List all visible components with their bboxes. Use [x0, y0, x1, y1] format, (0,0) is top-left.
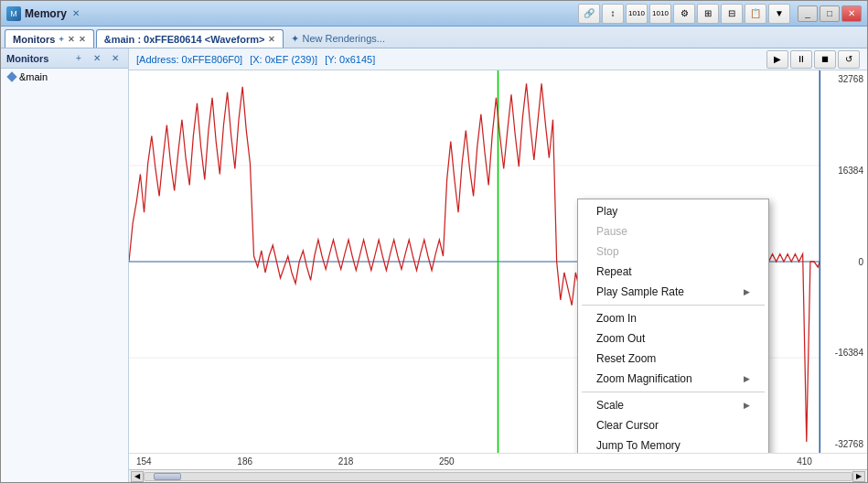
- ctx-pause-label: Pause: [596, 225, 627, 238]
- tb-icon-8[interactable]: 📋: [745, 4, 766, 24]
- ctx-reset-zoom[interactable]: Reset Zoom: [578, 349, 768, 369]
- scroll-thumb[interactable]: [154, 473, 181, 480]
- ctx-separator-2: [582, 392, 765, 392]
- tb-icon-3[interactable]: 1010: [626, 4, 648, 24]
- ctx-clear-cursor[interactable]: Clear Cursor: [578, 415, 768, 435]
- x-label-218: 218: [338, 456, 354, 467]
- monitors-tab[interactable]: Monitors + ✕ ✕: [5, 29, 94, 48]
- ctx-reset-zoom-label: Reset Zoom: [596, 352, 656, 365]
- ctx-zoom-magnification[interactable]: Zoom Magnification ▶: [578, 369, 768, 389]
- scroll-right-btn[interactable]: ▶: [852, 471, 865, 482]
- pause-button[interactable]: ⏸: [790, 50, 812, 69]
- waveform-header: [Address: 0xFFE806F0] [X: 0xEF (239)] [Y…: [129, 48, 867, 70]
- sidebar-title: Monitors: [6, 53, 68, 64]
- window-title: Memory: [25, 7, 67, 20]
- maximize-button[interactable]: □: [820, 5, 840, 22]
- repeat-button[interactable]: ↺: [838, 50, 860, 69]
- monitors-remove2-icon[interactable]: ✕: [79, 35, 86, 44]
- tb-icon-4[interactable]: 1010: [649, 4, 671, 24]
- ctx-repeat[interactable]: Repeat: [578, 262, 768, 282]
- sidebar-add-btn[interactable]: +: [71, 51, 86, 66]
- new-renderings-tab[interactable]: ✦ New Renderings...: [285, 29, 391, 48]
- context-menu: Play Pause Stop Repeat Play Sample Rate …: [577, 199, 769, 453]
- waveform-x-coord: [X: 0xEF (239)]: [250, 54, 317, 65]
- diamond-icon: [6, 71, 16, 81]
- x-labels: 154 186 218 250 410: [136, 456, 812, 467]
- x-label-186: 186: [237, 456, 252, 467]
- ctx-jump-to-memory[interactable]: Jump To Memory: [578, 435, 768, 453]
- window-controls: _ □ ✕: [798, 5, 862, 22]
- waveform-tab[interactable]: &main : 0xFFE80614 <Waveform> ✕: [96, 29, 284, 48]
- ctx-play-sample-rate-label: Play Sample Rate: [596, 285, 684, 298]
- scroll-track[interactable]: [144, 472, 852, 481]
- sidebar-header: Monitors + ✕ ✕: [1, 48, 128, 69]
- ctx-submenu-arrow-2: ▶: [744, 374, 750, 383]
- stop-button[interactable]: ⏹: [814, 50, 836, 69]
- monitors-remove-icon[interactable]: ✕: [68, 35, 75, 44]
- waveform-y-coord: [Y: 0x6145]: [325, 54, 375, 65]
- content-area: Monitors + ✕ ✕ &main [Address: 0xFFE806F…: [1, 48, 867, 482]
- ctx-zoom-in-label: Zoom In: [596, 312, 637, 325]
- sidebar-remove2-btn[interactable]: ✕: [108, 51, 123, 66]
- toolbar-icons: 🔗 ↕ 1010 1010 ⚙ ⊞ ⊟ 📋 ▼: [578, 4, 790, 24]
- sidebar-remove-btn[interactable]: ✕: [90, 51, 104, 66]
- title-bar-left: M Memory ✕: [6, 6, 80, 21]
- waveform-panel: [Address: 0xFFE806F0] [X: 0xEF (239)] [Y…: [129, 48, 867, 482]
- tab-bar: Monitors + ✕ ✕ &main : 0xFFE80614 <Wavef…: [1, 27, 867, 48]
- ctx-zoom-out-label: Zoom Out: [596, 332, 645, 345]
- ctx-zoom-magnification-label: Zoom Magnification: [596, 372, 692, 385]
- x-label-154: 154: [136, 456, 152, 467]
- playback-controls: ▶ ⏸ ⏹ ↺: [766, 50, 860, 69]
- tb-icon-6[interactable]: ⊞: [697, 4, 719, 24]
- ctx-play-sample-rate[interactable]: Play Sample Rate ▶: [578, 282, 768, 302]
- window-title-tab: ✕: [72, 8, 80, 18]
- ctx-stop-label: Stop: [596, 245, 619, 258]
- tb-icon-9[interactable]: ▼: [768, 4, 790, 24]
- tb-icon-5[interactable]: ⚙: [673, 4, 695, 24]
- ctx-scale-label: Scale: [596, 399, 624, 412]
- new-renderings-label: ✦ New Renderings...: [291, 33, 385, 45]
- main-window: M Memory ✕ 🔗 ↕ 1010 1010 ⚙ ⊞ ⊟ 📋 ▼ _ □ ✕: [0, 0, 868, 483]
- ctx-play[interactable]: Play: [578, 201, 768, 221]
- sidebar: Monitors + ✕ ✕ &main: [1, 48, 129, 482]
- ctx-zoom-in[interactable]: Zoom In: [578, 308, 768, 328]
- ctx-repeat-label: Repeat: [596, 265, 632, 278]
- ctx-scale[interactable]: Scale ▶: [578, 395, 768, 415]
- ctx-pause[interactable]: Pause: [578, 221, 768, 242]
- waveform-canvas[interactable]: 32768 16384 0 -16384 -32768 Play Pause S…: [129, 70, 867, 453]
- horizontal-scrollbar[interactable]: ◀ ▶: [129, 469, 867, 482]
- monitors-add-icon[interactable]: +: [59, 35, 63, 44]
- ctx-submenu-arrow-1: ▶: [744, 287, 750, 296]
- scroll-left-btn[interactable]: ◀: [131, 471, 144, 482]
- tb-icon-1[interactable]: 🔗: [578, 4, 600, 24]
- sidebar-item-main[interactable]: &main: [1, 69, 128, 85]
- waveform-tab-label: &main : 0xFFE80614 <Waveform>: [104, 34, 265, 45]
- ctx-play-label: Play: [596, 205, 617, 218]
- app-icon: M: [6, 6, 21, 21]
- monitors-label: Monitors: [13, 34, 55, 45]
- toolbar-right: 🔗 ↕ 1010 1010 ⚙ ⊞ ⊟ 📋 ▼ _ □ ✕: [578, 4, 862, 24]
- ctx-clear-cursor-label: Clear Cursor: [596, 419, 659, 432]
- ctx-stop[interactable]: Stop: [578, 242, 768, 262]
- tb-icon-7[interactable]: ⊟: [721, 4, 743, 24]
- ctx-submenu-arrow-3: ▶: [744, 401, 750, 410]
- minimize-button[interactable]: _: [798, 5, 818, 22]
- ctx-separator-1: [582, 305, 765, 306]
- waveform-tab-close[interactable]: ✕: [268, 35, 275, 44]
- sidebar-item-label: &main: [19, 71, 48, 82]
- tb-icon-2[interactable]: ↕: [602, 4, 624, 24]
- ctx-zoom-out[interactable]: Zoom Out: [578, 328, 768, 349]
- waveform-address: [Address: 0xFFE806F0]: [136, 54, 242, 65]
- x-label-410: 410: [797, 456, 812, 467]
- x-label-250: 250: [439, 456, 455, 467]
- x-axis: 154 186 218 250 410: [129, 453, 867, 469]
- title-bar: M Memory ✕ 🔗 ↕ 1010 1010 ⚙ ⊞ ⊟ 📋 ▼ _ □ ✕: [1, 1, 867, 27]
- play-button[interactable]: ▶: [766, 50, 788, 69]
- ctx-jump-to-memory-label: Jump To Memory: [596, 439, 680, 452]
- close-button[interactable]: ✕: [841, 5, 862, 22]
